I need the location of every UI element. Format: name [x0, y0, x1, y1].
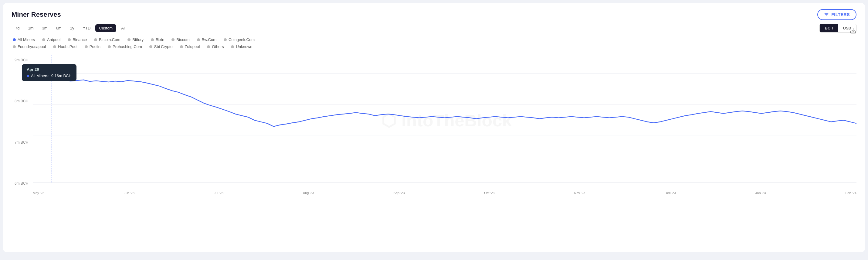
tooltip-dot — [27, 75, 29, 77]
filters-button[interactable]: FILTERS — [817, 9, 857, 20]
x-axis-label: Jul '23 — [214, 191, 223, 195]
time-filter-1y[interactable]: 1y — [66, 24, 78, 32]
x-axis-label: Dec '23 — [665, 191, 676, 195]
tooltip-value: All Miners: 9.16m BCH — [27, 74, 72, 78]
legend-dot — [224, 38, 227, 41]
legend-dot — [172, 38, 175, 41]
legend-dot — [127, 38, 130, 41]
legend-label: Prohashing.Com — [113, 45, 142, 49]
legend-item-binance[interactable]: Binance — [68, 37, 87, 42]
legend: All MinersAntpoolBinanceBitcoin.ComBitfu… — [11, 37, 857, 49]
legend-item-bw-com[interactable]: Bw.Com — [197, 37, 216, 42]
y-axis-label: 6m BCH — [14, 181, 28, 185]
filters-label: FILTERS — [831, 12, 850, 17]
legend-label: Foundryusapool — [18, 45, 46, 49]
time-filter-ytd[interactable]: YTD — [79, 24, 94, 32]
y-axis-label: 9m BCH — [14, 58, 28, 62]
legend-dot — [149, 45, 152, 48]
legend-item-huobi-pool[interactable]: Huobi.Pool — [53, 45, 78, 49]
tooltip-label: All Miners: — [31, 74, 50, 78]
x-axis-label: Aug '23 — [303, 191, 314, 195]
page-title: Miner Reserves — [11, 11, 61, 19]
legend-dot — [94, 38, 97, 41]
header: Miner Reserves FILTERS — [11, 9, 857, 20]
legend-dot — [85, 45, 88, 48]
legend-label: Unknown — [236, 45, 252, 49]
legend-dot — [13, 38, 16, 41]
legend-item-sbi-crypto[interactable]: Sbi Crypto — [149, 45, 173, 49]
time-filter-6m[interactable]: 6m — [53, 24, 65, 32]
legend-label: Btccom — [176, 37, 189, 42]
legend-label: Zulupool — [185, 45, 200, 49]
x-axis-label: Oct '23 — [484, 191, 495, 195]
legend-dot — [231, 45, 234, 48]
legend-item-bitcoin-com[interactable]: Bitcoin.Com — [94, 37, 120, 42]
legend-label: Bixin — [156, 37, 164, 42]
legend-dot — [151, 38, 154, 41]
currency-btn-bch[interactable]: BCH — [820, 24, 838, 32]
x-axis-label: Jun '23 — [124, 191, 134, 195]
legend-item-prohashing-com[interactable]: Prohashing.Com — [108, 45, 142, 49]
legend-dot — [197, 38, 200, 41]
legend-item-foundryusapool[interactable]: Foundryusapool — [13, 45, 46, 49]
legend-item-bitfury[interactable]: Bitfury — [127, 37, 144, 42]
legend-item-others[interactable]: Others — [207, 45, 224, 49]
legend-item-antpool[interactable]: Antpool — [42, 37, 60, 42]
x-axis-label: Jan '24 — [755, 191, 766, 195]
time-filter-custom[interactable]: Custom — [95, 24, 116, 32]
toolbar: 7d1m3m6m1yYTDCustomAll BCHUSD — [11, 24, 857, 32]
legend-label: Antpool — [47, 37, 60, 42]
svg-text:⬡ IntoTheBlock: ⬡ IntoTheBlock — [381, 111, 512, 130]
chart-svg-wrapper: ⬡ IntoTheBlock — [33, 55, 857, 185]
legend-label: Coingeek.Com — [228, 37, 255, 42]
legend-dot — [180, 45, 183, 48]
x-axis-label: Sep '23 — [394, 191, 405, 195]
legend-item-unknown[interactable]: Unknown — [231, 45, 252, 49]
legend-label: Bw.Com — [202, 37, 216, 42]
tooltip-date: Apr 26 — [27, 67, 72, 72]
legend-dot — [108, 45, 111, 48]
legend-item-all-miners[interactable]: All Miners — [13, 37, 35, 42]
time-filter-7d[interactable]: 7d — [11, 24, 23, 32]
y-axis-label: 8m BCH — [14, 99, 28, 103]
legend-label: Binance — [72, 37, 87, 42]
legend-item-poolin[interactable]: Poolin — [85, 45, 100, 49]
legend-item-btccom[interactable]: Btccom — [172, 37, 189, 42]
legend-dot — [207, 45, 210, 48]
chart-area: 9m BCH8m BCH7m BCH6m BCH ⬡ IntoTheBlock — [14, 55, 857, 195]
legend-dot — [53, 45, 56, 48]
chart-svg: ⬡ IntoTheBlock — [33, 55, 857, 185]
filter-icon — [824, 12, 829, 17]
chart-tooltip: Apr 26 All Miners: 9.16m BCH — [22, 64, 76, 81]
legend-label: Bitcoin.Com — [99, 37, 120, 42]
legend-dot — [68, 38, 71, 41]
y-axis-label: 7m BCH — [14, 140, 28, 145]
legend-item-coingeek-com[interactable]: Coingeek.Com — [224, 37, 255, 42]
x-axis-label: May '23 — [33, 191, 44, 195]
legend-label: Huobi.Pool — [58, 45, 78, 49]
tooltip-val: 9.16m BCH — [51, 74, 72, 78]
legend-label: Bitfury — [132, 37, 144, 42]
legend-label: All Miners — [18, 37, 35, 42]
legend-dot — [42, 38, 45, 41]
main-container: Miner Reserves FILTERS 7d1m3m6m1yYTDCust… — [3, 3, 865, 252]
legend-item-bixin[interactable]: Bixin — [151, 37, 164, 42]
legend-label: Others — [212, 45, 224, 49]
legend-item-zulupool[interactable]: Zulupool — [180, 45, 200, 49]
legend-label: Poolin — [90, 45, 100, 49]
x-axis-label: Nov '23 — [574, 191, 585, 195]
time-filter-group: 7d1m3m6m1yYTDCustomAll — [11, 24, 129, 32]
time-filter-all[interactable]: All — [118, 24, 129, 32]
time-filter-3m[interactable]: 3m — [38, 24, 51, 32]
legend-label: Sbi Crypto — [154, 45, 173, 49]
time-filter-1m[interactable]: 1m — [24, 24, 37, 32]
x-axis-label: Feb '24 — [845, 191, 857, 195]
x-axis: May '23Jun '23Jul '23Aug '23Sep '23Oct '… — [33, 191, 857, 195]
legend-dot — [13, 45, 16, 48]
download-icon[interactable] — [850, 27, 857, 35]
